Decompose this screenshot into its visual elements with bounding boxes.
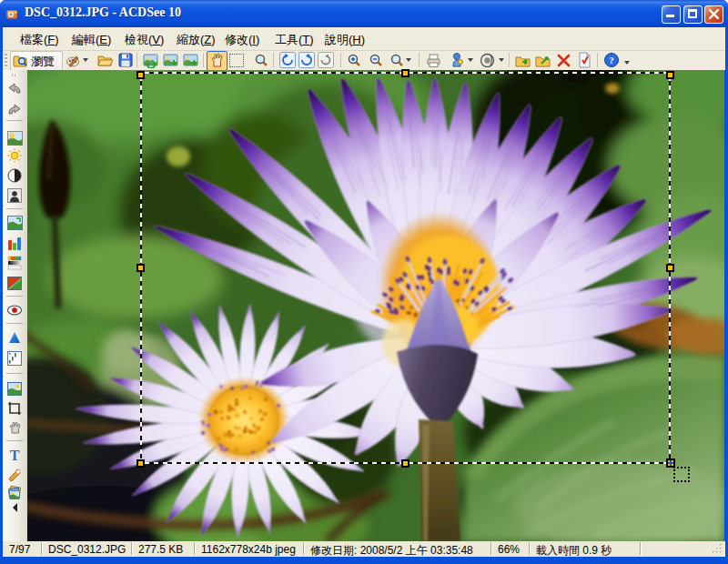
svg-text:?: ? bbox=[609, 55, 614, 65]
svg-text:T: T bbox=[10, 448, 20, 463]
